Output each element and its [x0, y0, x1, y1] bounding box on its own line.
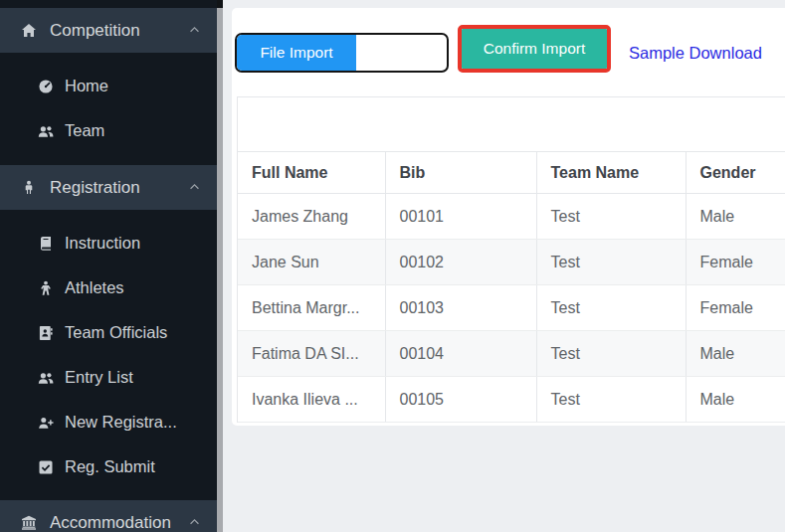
cell-gender: Female [686, 240, 785, 285]
column-header-bib: Bib [385, 152, 536, 194]
cell-gender: Female [686, 285, 785, 331]
cell-gender: Male [686, 194, 785, 240]
cell-team-name: Test [536, 285, 686, 331]
table-row: Fatima DA SI... 00104 Test Male [238, 331, 785, 377]
confirm-import-highlight: Confirm Import [458, 25, 611, 73]
bank-icon [20, 515, 39, 531]
file-import-button[interactable]: File Import [237, 35, 356, 71]
sidebar-section-label: Accommodation [50, 513, 171, 532]
table-row: Jane Sun 00102 Test Female [238, 240, 785, 285]
child-icon [36, 280, 55, 296]
sidebar-section-label: Registration [50, 178, 140, 198]
sidebar-item-athletes[interactable]: Athletes [0, 266, 217, 310]
cell-full-name: Bettina Margr... [238, 285, 385, 331]
address-book-icon [36, 325, 55, 341]
sidebar-item-label: Team Officials [65, 323, 167, 342]
sidebar-section-competition[interactable]: Competition [0, 8, 217, 53]
chevron-up-icon [187, 514, 202, 532]
cell-bib: 00101 [385, 194, 536, 240]
chevron-up-icon [187, 179, 202, 199]
import-panel: File Import Confirm Import Sample Downlo… [232, 8, 785, 426]
scrollbar-thumb[interactable] [217, 0, 223, 8]
dashboard-icon [36, 78, 55, 94]
file-import-input[interactable]: File Import [235, 33, 449, 73]
column-header-gender: Gender [686, 152, 785, 194]
column-header-team-name: Team Name [536, 152, 686, 194]
cell-gender: Male [686, 331, 785, 377]
sidebar-item-label: Team [65, 121, 104, 140]
sidebar-item-team-officials[interactable]: Team Officials [0, 310, 217, 355]
cell-team-name: Test [536, 377, 686, 423]
cell-gender: Male [686, 377, 785, 423]
table-row: James Zhang 00101 Test Male [238, 194, 785, 240]
import-table-container: Full Name Bib Team Name Gender James Zha… [237, 96, 785, 423]
sidebar-item-label: Entry List [65, 368, 133, 387]
cell-bib: 00102 [385, 240, 536, 285]
cell-full-name: Ivanka Ilieva ... [238, 377, 385, 423]
sidebar-item-label: New Registra... [65, 413, 177, 432]
cell-bib: 00103 [385, 285, 536, 331]
cell-full-name: Jane Sun [238, 240, 385, 285]
chevron-up-icon [187, 22, 202, 42]
cell-bib: 00104 [385, 331, 536, 377]
confirm-import-button[interactable]: Confirm Import [462, 29, 607, 69]
users-icon [36, 370, 55, 386]
file-import-label: File Import [260, 44, 332, 62]
user-plus-icon [36, 415, 55, 431]
column-header-full-name: Full Name [238, 152, 385, 194]
sidebar-item-label: Reg. Submit [65, 457, 155, 476]
cell-team-name: Test [536, 240, 686, 285]
sidebar-section-accommodation[interactable]: Accommodation [0, 500, 217, 532]
person-icon [20, 180, 39, 196]
table-empty-toolbar [238, 97, 785, 151]
home-icon [20, 23, 39, 39]
sidebar-item-label: Athletes [65, 278, 124, 297]
sidebar-item-label: Home [65, 77, 108, 95]
table-row: Bettina Margr... 00103 Test Female [238, 285, 785, 331]
cell-bib: 00105 [385, 377, 536, 423]
table-header-row: Full Name Bib Team Name Gender [238, 152, 785, 194]
check-square-icon [36, 459, 55, 475]
sidebar-item-team[interactable]: Team [0, 108, 217, 153]
table-row: Ivanka Ilieva ... 00105 Test Male [238, 377, 785, 423]
sidebar-item-home[interactable]: Home [0, 64, 217, 108]
sidebar-section-registration[interactable]: Registration [0, 165, 217, 210]
cell-team-name: Test [536, 194, 686, 240]
sidebar-item-instruction[interactable]: Instruction [0, 221, 217, 266]
sidebar: Competition Home Team Registration Instr… [0, 0, 217, 532]
import-preview-table: Full Name Bib Team Name Gender James Zha… [238, 151, 785, 423]
cell-full-name: Fatima DA SI... [238, 331, 385, 377]
cell-full-name: James Zhang [238, 194, 385, 240]
sidebar-section-label: Competition [50, 21, 140, 41]
book-icon [36, 236, 55, 252]
sidebar-item-new-registration[interactable]: New Registra... [0, 400, 217, 444]
sidebar-scrollbar[interactable] [217, 0, 223, 532]
sidebar-item-label: Instruction [65, 234, 140, 253]
sidebar-item-reg-submit[interactable]: Reg. Submit [0, 444, 217, 489]
users-icon [36, 123, 55, 139]
sample-download-link[interactable]: Sample Download [629, 44, 762, 63]
cell-team-name: Test [536, 331, 686, 377]
sidebar-item-entry-list[interactable]: Entry List [0, 355, 217, 400]
